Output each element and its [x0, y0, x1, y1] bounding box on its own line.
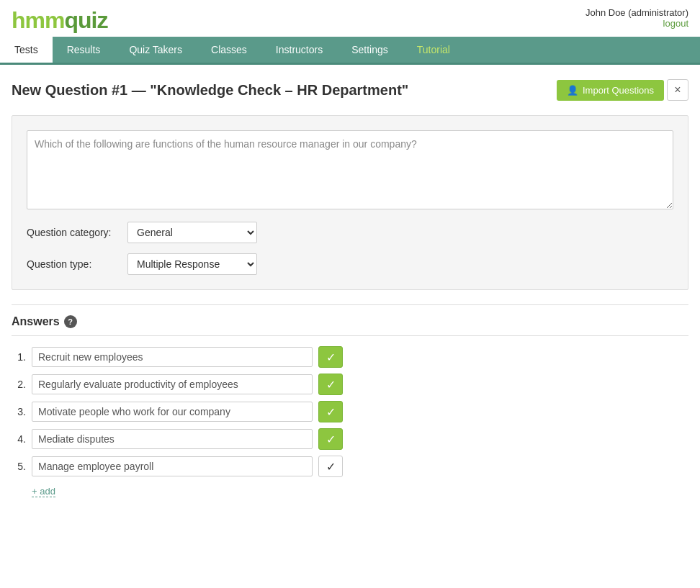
nav-item-tutorial[interactable]: Tutorial [403, 37, 465, 63]
nav-item-results[interactable]: Results [53, 37, 115, 63]
page-header: New Question #1 — "Knowledge Check – HR … [12, 79, 688, 101]
logo-quiz: quiz [64, 7, 107, 33]
question-text-input[interactable]: Which of the following are functions of … [27, 130, 673, 209]
category-label: Question category: [27, 227, 120, 238]
answer-input-5[interactable] [32, 456, 313, 476]
answer-input-3[interactable] [32, 402, 313, 422]
answer-check-2[interactable]: ✓ [318, 374, 343, 395]
type-row: Question type: Multiple Response Single … [27, 253, 673, 275]
answer-number-1: 1. [12, 351, 26, 363]
answer-check-3[interactable]: ✓ [318, 401, 343, 422]
answers-divider [12, 304, 688, 305]
app-logo: hmmquiz [12, 7, 107, 34]
question-form-section: Which of the following are functions of … [12, 115, 688, 290]
import-questions-button[interactable]: 👤 Import Questions [557, 80, 664, 101]
answers-label: Answers [12, 315, 60, 328]
nav-item-settings[interactable]: Settings [337, 37, 403, 63]
answer-input-4[interactable] [32, 429, 313, 449]
logo-hmm: hmm [12, 7, 64, 33]
answer-row-4: 4. ✓ [12, 428, 688, 450]
answer-check-5[interactable]: ✓ [318, 456, 343, 477]
nav-item-quiz-takers[interactable]: Quiz Takers [115, 37, 197, 63]
import-icon: 👤 [567, 85, 578, 96]
answer-number-5: 5. [12, 461, 26, 472]
answer-row-2: 2. ✓ [12, 374, 688, 395]
add-answer-link[interactable]: + add [32, 486, 55, 497]
answers-divider2 [12, 335, 688, 336]
nav-item-tests[interactable]: Tests [0, 37, 53, 63]
nav-item-instructors[interactable]: Instructors [261, 37, 337, 63]
answer-check-4[interactable]: ✓ [318, 428, 343, 450]
category-row: Question category: General Advanced Begi… [27, 222, 673, 243]
answer-input-1[interactable] [32, 347, 313, 367]
header-actions: 👤 Import Questions × [557, 79, 688, 101]
user-name: John Doe (administrator) [585, 7, 688, 18]
answer-check-1[interactable]: ✓ [318, 346, 343, 368]
category-select[interactable]: General Advanced Beginner [127, 222, 257, 243]
answer-row-3: 3. ✓ [12, 401, 688, 422]
answer-input-2[interactable] [32, 374, 313, 394]
main-content: New Question #1 — "Knowledge Check – HR … [0, 65, 700, 512]
answer-row-5: 5. ✓ [12, 456, 688, 477]
main-nav: Tests Results Quiz Takers Classes Instru… [0, 37, 700, 65]
page-title: New Question #1 — "Knowledge Check – HR … [12, 82, 408, 99]
answer-number-2: 2. [12, 379, 26, 390]
answers-info-icon: ? [64, 315, 77, 328]
type-label: Question type: [27, 258, 120, 270]
close-button[interactable]: × [667, 79, 688, 101]
top-bar: hmmquiz John Doe (administrator) logout [0, 0, 700, 37]
nav-item-classes[interactable]: Classes [197, 37, 261, 63]
answer-number-4: 4. [12, 433, 26, 445]
import-button-label: Import Questions [583, 85, 654, 96]
user-info: John Doe (administrator) logout [585, 7, 688, 29]
answers-header: Answers ? [12, 315, 688, 328]
answer-row-1: 1. ✓ [12, 346, 688, 368]
logout-link[interactable]: logout [585, 18, 688, 29]
answer-number-3: 3. [12, 406, 26, 417]
type-select[interactable]: Multiple Response Single Choice True/Fal… [127, 253, 257, 275]
